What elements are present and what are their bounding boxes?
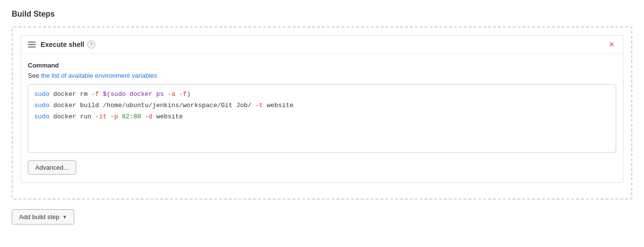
dropdown-arrow-icon: ▼ — [62, 214, 67, 220]
step-title: Execute shell — [41, 41, 85, 48]
env-vars-text: See the list of available environment va… — [28, 72, 616, 79]
command-input[interactable]: sudo docker rm -f $(sudo docker ps -a -f… — [28, 84, 616, 153]
drag-handle-icon[interactable] — [28, 42, 36, 47]
advanced-button[interactable]: Advanced... — [28, 160, 76, 175]
code-line-1: sudo docker rm -f $(sudo docker ps -a -f… — [34, 90, 610, 100]
command-label: Command — [28, 62, 616, 69]
build-steps-container: Execute shell ? × Command See the list o… — [12, 26, 632, 200]
step-body: Command See the list of available enviro… — [21, 54, 623, 182]
page-title: Build Steps — [12, 10, 632, 19]
help-icon[interactable]: ? — [87, 41, 95, 48]
add-build-step-button[interactable]: Add build step ▼ — [12, 209, 74, 225]
close-button[interactable]: × — [607, 39, 616, 50]
code-line-3: sudo docker run -it -p 82:80 -d website — [34, 112, 610, 122]
step-card: Execute shell ? × Command See the list o… — [21, 35, 623, 183]
code-line-2: sudo docker build /home/ubuntu/jenkins/w… — [34, 101, 610, 111]
step-header: Execute shell ? × — [21, 36, 623, 54]
env-vars-link[interactable]: the list of available environment variab… — [41, 72, 157, 79]
add-build-step-label: Add build step — [19, 213, 59, 221]
